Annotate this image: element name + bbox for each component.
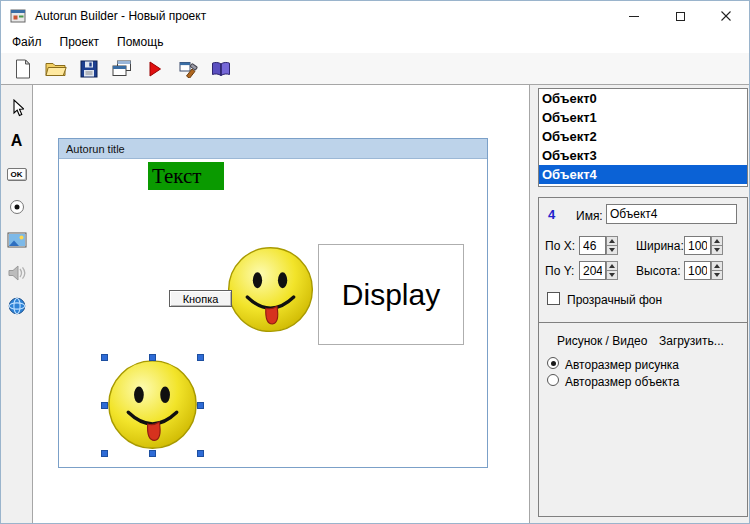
menu-file[interactable]: Файл — [3, 32, 51, 52]
width-input[interactable] — [684, 236, 711, 255]
autosize-picture-label: Авторазмер рисунка — [565, 358, 679, 372]
selection-handle[interactable] — [101, 402, 108, 409]
new-document-icon — [14, 59, 31, 79]
width-spinner — [711, 236, 723, 255]
list-item[interactable]: Объект4 — [539, 165, 747, 184]
form-titlebar: Autorun title — [59, 139, 487, 159]
autosize-object-label: Авторазмер объекта — [565, 375, 680, 389]
build-button[interactable] — [171, 55, 204, 83]
browser-tool-icon — [8, 297, 26, 315]
arrow-up-icon — [714, 239, 720, 243]
selection-handle[interactable] — [197, 354, 204, 361]
load-button[interactable]: Загрузить... — [659, 334, 724, 348]
maximize-button[interactable] — [657, 1, 703, 31]
spinner-down-button[interactable] — [711, 246, 723, 255]
build-icon — [178, 60, 198, 78]
list-item[interactable]: Объект0 — [539, 89, 747, 108]
selection-handle[interactable] — [149, 450, 156, 457]
y-input[interactable] — [579, 261, 606, 280]
open-project-button[interactable] — [39, 55, 72, 83]
select-tool[interactable] — [5, 97, 29, 119]
open-folder-icon — [45, 60, 67, 77]
smiley-icon — [224, 244, 317, 337]
y-spinner — [606, 261, 618, 280]
transparent-bg-checkbox[interactable] — [547, 292, 560, 305]
run-button[interactable] — [138, 55, 171, 83]
transparent-bg-label: Прозрачный фон — [567, 293, 662, 307]
picture-video-title: Рисунок / Видео — [557, 334, 647, 348]
list-item[interactable]: Объект3 — [539, 146, 747, 165]
arrow-up-icon — [609, 264, 615, 268]
maximize-icon — [676, 12, 685, 21]
autosize-object-radio[interactable] — [547, 374, 559, 386]
selected-smiley-image-object[interactable] — [104, 357, 201, 454]
list-item[interactable]: Объект2 — [539, 127, 747, 146]
text-tool[interactable]: A — [5, 130, 29, 152]
selection-handle[interactable] — [197, 450, 204, 457]
minimize-button[interactable] — [611, 1, 657, 31]
spinner-up-button[interactable] — [711, 261, 723, 271]
save-project-button[interactable] — [72, 55, 105, 83]
app-icon — [10, 8, 27, 24]
text-object[interactable]: Текст — [148, 162, 224, 190]
spinner-down-button[interactable] — [606, 246, 618, 255]
spinner-up-button[interactable] — [606, 236, 618, 246]
width-label: Ширина: — [636, 239, 684, 253]
x-input[interactable] — [579, 236, 606, 255]
menu-project[interactable]: Проект — [51, 32, 109, 52]
radio-dot-icon — [551, 378, 556, 383]
close-icon — [721, 11, 731, 21]
designer-form: Autorun title Текст — [58, 138, 488, 468]
object-index: 4 — [548, 207, 555, 222]
minimize-icon — [629, 16, 639, 17]
app-window: Autorun Builder - Новый проект Файл Прое… — [0, 0, 750, 524]
x-label: По X: — [545, 239, 575, 253]
cursor-icon — [10, 99, 24, 117]
object-properties-section: 4 Имя: По X: Ширина: По Y: — [539, 198, 747, 323]
button-object[interactable]: Кнопка — [169, 290, 232, 307]
properties-panel: 4 Имя: По X: Ширина: По Y: — [538, 197, 748, 517]
menubar: Файл Проект Помощь — [1, 31, 749, 53]
save-icon — [80, 60, 98, 78]
sound-tool[interactable] — [5, 262, 29, 284]
objects-listbox: Объект0 Объект1 Объект2 Объект3 Объект4 — [538, 88, 748, 187]
right-panel: Объект0 Объект1 Объект2 Объект3 Объект4 … — [531, 85, 749, 523]
spinner-down-button[interactable] — [711, 271, 723, 280]
arrow-down-icon — [714, 248, 720, 252]
arrow-up-icon — [714, 264, 720, 268]
radio-tool[interactable] — [5, 196, 29, 218]
name-input[interactable] — [606, 204, 737, 224]
display-object[interactable]: Display — [318, 244, 464, 345]
window-controls — [611, 1, 749, 31]
cascade-windows-icon — [112, 60, 132, 77]
toolbar — [1, 53, 749, 85]
browser-tool[interactable] — [5, 295, 29, 317]
arrow-up-icon — [609, 239, 615, 243]
x-spinner — [606, 236, 618, 255]
button-tool[interactable]: OK — [5, 163, 29, 185]
window-title: Autorun Builder - Новый проект — [35, 9, 206, 23]
help-button[interactable] — [204, 55, 237, 83]
selection-handle[interactable] — [149, 354, 156, 361]
radio-dot-icon — [551, 361, 556, 366]
close-button[interactable] — [703, 1, 749, 31]
preview-button[interactable] — [105, 55, 138, 83]
new-project-button[interactable] — [6, 55, 39, 83]
image-tool[interactable] — [5, 229, 29, 251]
spinner-down-button[interactable] — [606, 271, 618, 280]
arrow-down-icon — [714, 273, 720, 277]
image-tool-icon — [7, 232, 27, 248]
selection-handle[interactable] — [101, 354, 108, 361]
selection-handle[interactable] — [197, 402, 204, 409]
list-item[interactable]: Объект1 — [539, 108, 747, 127]
menu-help[interactable]: Помощь — [108, 32, 172, 52]
spinner-up-button[interactable] — [606, 261, 618, 271]
design-canvas[interactable]: Autorun title Текст — [33, 85, 530, 523]
autosize-picture-radio[interactable] — [547, 357, 559, 369]
selection-handle[interactable] — [101, 450, 108, 457]
name-label: Имя: — [576, 209, 603, 223]
spinner-up-button[interactable] — [711, 236, 723, 246]
height-input[interactable] — [684, 261, 711, 280]
smiley-image-object[interactable] — [224, 244, 317, 337]
sound-tool-icon — [8, 265, 26, 281]
